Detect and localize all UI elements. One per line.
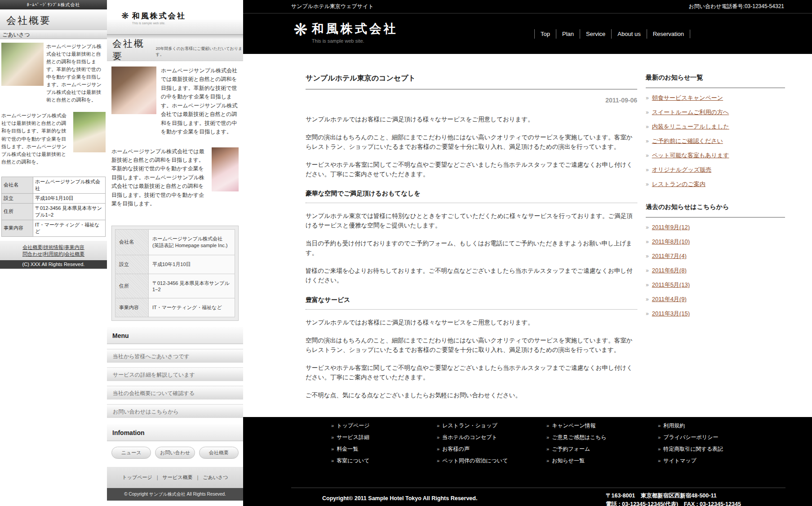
nav-top[interactable]: Top xyxy=(534,29,556,39)
section-heading-services: 豊富なサービス xyxy=(306,296,637,310)
arrow-marker-icon: » xyxy=(331,435,334,440)
news-link[interactable]: ご予約前にご確認ください xyxy=(652,138,723,144)
middle-company-info-panel: 会社名 ホームページサンプル株式会社(英語表記 Homepage sample … xyxy=(111,226,239,321)
link-tech-info[interactable]: 技術情報 xyxy=(44,244,63,250)
footer-link[interactable]: 料金一覧 xyxy=(337,446,358,452)
list-item: »朝食サービスキャンペーン xyxy=(646,91,785,105)
arrow-marker-icon: » xyxy=(646,253,649,259)
arrow-marker-icon: » xyxy=(646,181,649,187)
footer-link[interactable]: お知らせ一覧 xyxy=(552,457,585,464)
footer-link[interactable]: ペット同伴の宿泊について xyxy=(442,457,508,464)
hotel-logo[interactable]: ❋ 和風株式会社 This is sample web site. xyxy=(293,21,398,44)
news-button[interactable]: ニュース xyxy=(111,447,151,459)
archive-heading: 過去のお知らせはこちらから xyxy=(646,203,785,217)
overview-button[interactable]: 会社概要 xyxy=(199,447,239,459)
hotel-address-block: 〒163-8001 東京都新宿区西新宿48-500-11 電話 : 03-123… xyxy=(606,492,741,506)
section-heading-luxury: 豪華な空間でご満足頂けるおもてなしを xyxy=(306,190,637,203)
footer-link[interactable]: 客室について xyxy=(337,457,369,464)
row-label: 住所 xyxy=(2,203,33,220)
nav-plan[interactable]: Plan xyxy=(556,29,580,39)
menu-item-overview[interactable]: 当社の会社概要について確認する xyxy=(107,386,243,399)
footer-link[interactable]: キャンペーン情報 xyxy=(552,422,595,429)
article-paragraph: 空間の演出はもちろんのこと、細部にまでこだわり他にはない高いクオリティでのサービ… xyxy=(306,336,637,355)
footer-link-service[interactable]: サービス概要 xyxy=(163,475,193,480)
table-row: 住所 〒012-3456 見本県見本市サンプル1−2 xyxy=(115,274,235,298)
left-footer-links: 会社概要|技術情報|事業内容 問合わせ|利用規約|会社概要 xyxy=(0,241,107,260)
nav-service[interactable]: Service xyxy=(580,29,611,39)
news-link[interactable]: レストランのご案内 xyxy=(652,181,706,187)
footer-link[interactable]: 利用規約 xyxy=(663,422,685,429)
left-company-info-table: 会社名 ホームページサンプル株式会社 設立 平成10年1月10日 住所 〒012… xyxy=(1,177,106,237)
hotel-footer: »トップページ »サービス詳細 »料金一覧 »客室について »レストラン・ショッ… xyxy=(243,417,812,506)
article-title: サンプルホテル東京のコンセプト xyxy=(306,74,637,89)
footer-link[interactable]: ご予約フォーム xyxy=(552,446,590,452)
archive-link[interactable]: 2011年3月(15) xyxy=(652,310,690,317)
table-row: 事業内容 IT・マーケティング・福祉など xyxy=(2,220,106,236)
archive-link[interactable]: 2011年8月(10) xyxy=(652,238,690,245)
article-paragraph: 空間の演出はもちろんのこと、細部にまでこだわり他にはない高いクオリティでのサービ… xyxy=(306,133,637,151)
arrow-marker-icon: » xyxy=(331,446,334,452)
middle-about-text-2: ホームページサンプル株式会社では最新技術と自然との調和を目指します。革新的な技術… xyxy=(111,147,207,209)
row-value: 平成10年1月10日 xyxy=(33,193,106,203)
footer-link[interactable]: ご意見ご感想はこちら xyxy=(552,434,607,440)
middle-button-row: ニュース お問い合わせ 会社概要 xyxy=(107,441,243,461)
nav-separator xyxy=(690,30,690,38)
left-footer-links-row2: 問合わせ|利用規約|会社概要 xyxy=(0,251,107,257)
hotel-phone-number: お問い合わせ電話番号:03-12345-54321 xyxy=(688,3,784,10)
photo-woman-outdoor xyxy=(1,43,44,86)
archive-link[interactable]: 2011年9月(12) xyxy=(652,224,690,231)
footer-link-greeting[interactable]: ごあいさつ xyxy=(203,475,228,480)
photo-cherry-blossom xyxy=(212,147,239,191)
footer-link[interactable]: トップページ xyxy=(337,422,369,429)
row-label: 設立 xyxy=(2,193,33,203)
news-link[interactable]: スイートルームご利用の方へ xyxy=(652,109,729,115)
left-greeting-heading: ごあいさつ xyxy=(0,30,107,39)
news-sidebar: 最新のお知らせ一覧 »朝食サービスキャンペーン »スイートルームご利用の方へ »… xyxy=(646,74,785,417)
nav-reservation[interactable]: Reservation xyxy=(647,29,690,39)
menu-item-service[interactable]: サービスの詳細を解説しています xyxy=(107,367,243,381)
archive-link[interactable]: 2011年6月(8) xyxy=(652,267,687,274)
footer-link-top[interactable]: トップページ xyxy=(122,475,152,480)
menu-item-greeting[interactable]: 当社から皆様へごあいさつです xyxy=(107,349,243,363)
list-item: »ご予約前にご確認ください xyxy=(646,134,785,148)
middle-page-title: 会社概要 xyxy=(112,37,152,62)
news-link[interactable]: 内装をリニューアルしました xyxy=(652,123,729,130)
footer-link[interactable]: お客様の声 xyxy=(442,446,470,452)
list-item: »内装をリニューアルしました xyxy=(646,120,785,134)
middle-footer-links: トップページ｜サービス概要｜ごあいさつ xyxy=(107,467,243,488)
footer-link[interactable]: 当ホテルのコンセプト xyxy=(442,434,497,440)
footer-link[interactable]: サイトマップ xyxy=(663,457,697,464)
list-item: »スイートルームご利用の方へ xyxy=(646,105,785,120)
link-company-overview-2[interactable]: 会社概要 xyxy=(65,251,84,257)
list-item: »ペット可能な客室もあります xyxy=(646,148,785,163)
archive-link[interactable]: 2011年7月(4) xyxy=(652,253,687,259)
arrow-marker-icon: » xyxy=(646,311,649,317)
nav-about-us[interactable]: About us xyxy=(611,29,646,39)
arrow-marker-icon: » xyxy=(658,423,661,428)
arrow-marker-icon: » xyxy=(646,95,649,101)
left-company-site: ﾎｰﾑﾍﾟｰｼﾞｻﾝﾌﾟﾙ株式会社 会社概要 ごあいさつ ホームページサンプル株… xyxy=(0,0,107,269)
left-page-title: 会社概要 xyxy=(0,9,107,30)
photo-woman-portrait xyxy=(111,67,156,114)
menu-item-contact[interactable]: お問い合わせはこちらから xyxy=(107,404,243,418)
middle-about-block-1: ホームページサンプル株式会社では最新技術と自然との調和を目指します。革新的な技術… xyxy=(107,61,243,142)
archive-link[interactable]: 2011年5月(13) xyxy=(652,281,690,288)
middle-menu-heading: Menu xyxy=(107,327,243,344)
footer-link[interactable]: プライバシーポリシー xyxy=(663,434,718,440)
hotel-main-nav: Top Plan Service About us Reservation xyxy=(534,27,690,40)
news-link[interactable]: オリジナルグッズ販売 xyxy=(652,166,711,173)
list-item: »2011年4月(9) xyxy=(646,292,785,306)
link-company-overview[interactable]: 会社概要 xyxy=(22,244,42,250)
arrow-marker-icon: » xyxy=(658,458,661,463)
archive-link[interactable]: 2011年4月(9) xyxy=(652,296,687,302)
footer-link[interactable]: 特定商取引に関する表記 xyxy=(663,446,723,452)
footer-link[interactable]: サービス詳細 xyxy=(337,434,369,440)
middle-logo[interactable]: ❋ 和風株式会社 This is sample web site. xyxy=(121,11,243,25)
news-link[interactable]: 朝食サービスキャンペーン xyxy=(652,94,723,101)
footer-link[interactable]: レストラン・ショップ xyxy=(442,422,497,429)
link-contact[interactable]: 問合わせ xyxy=(22,251,43,257)
news-link[interactable]: ペット可能な客室もあります xyxy=(652,152,729,159)
link-business[interactable]: 事業内容 xyxy=(65,244,84,250)
contact-button[interactable]: お問い合わせ xyxy=(155,447,195,459)
link-terms[interactable]: 利用規約 xyxy=(44,251,63,257)
